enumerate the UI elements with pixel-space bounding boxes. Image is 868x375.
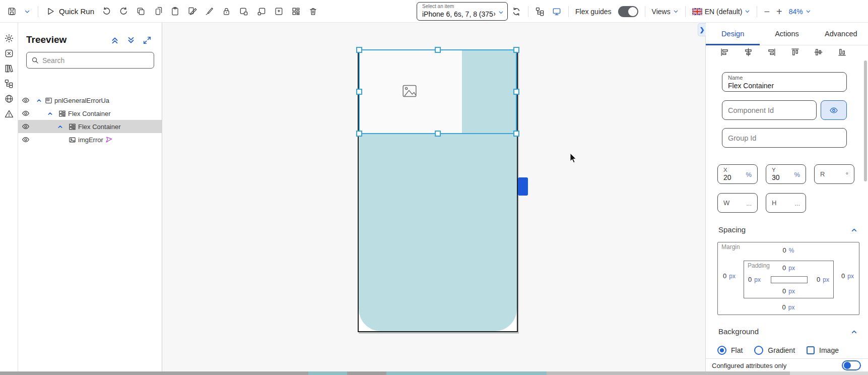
views-dropdown[interactable]: Views bbox=[652, 8, 679, 16]
resize-handle-nw[interactable] bbox=[356, 47, 362, 53]
image-checkbox[interactable] bbox=[807, 346, 815, 354]
style-icon[interactable] bbox=[187, 7, 197, 16]
flat-radio[interactable] bbox=[717, 346, 726, 355]
resize-handle-se[interactable] bbox=[513, 131, 519, 137]
component-visibility-button[interactable] bbox=[821, 100, 847, 120]
margin-left-value[interactable]: 0px bbox=[723, 272, 736, 280]
group-id-field[interactable] bbox=[722, 128, 847, 148]
panel-collapse-button[interactable]: ❯ bbox=[698, 23, 706, 36]
undo-icon[interactable] bbox=[102, 7, 111, 16]
padding-left-value[interactable]: 0px bbox=[748, 276, 761, 283]
tree-row-pnlgeneralerrorua[interactable]: pnlGeneralErrorUa bbox=[18, 94, 162, 107]
margin-bottom-value[interactable]: 0px bbox=[782, 303, 795, 311]
treeview-search[interactable] bbox=[26, 52, 154, 69]
send-icon[interactable] bbox=[105, 136, 113, 144]
align-top-icon[interactable] bbox=[790, 47, 800, 57]
expand-all-icon[interactable] bbox=[126, 36, 136, 45]
tab-advanced[interactable]: Advanced bbox=[814, 23, 868, 45]
lock-icon[interactable] bbox=[222, 7, 231, 16]
monitor-icon[interactable] bbox=[552, 7, 562, 17]
height-field[interactable]: H ... bbox=[766, 193, 806, 213]
tree-item-label[interactable]: Flex Container bbox=[78, 123, 121, 131]
expand-view-icon[interactable] bbox=[143, 36, 152, 45]
collapse-all-icon[interactable] bbox=[110, 36, 119, 45]
resize-handle-s[interactable] bbox=[435, 131, 441, 137]
sync-icon[interactable] bbox=[511, 7, 521, 17]
padding-top-value[interactable]: 0px bbox=[782, 264, 795, 272]
resize-handle-w[interactable] bbox=[356, 89, 362, 95]
ungroup-icon[interactable] bbox=[256, 7, 266, 17]
chevron-up-icon[interactable] bbox=[850, 226, 858, 234]
padding-right-value[interactable]: 0px bbox=[817, 276, 829, 283]
quick-run-button[interactable]: Quick Run bbox=[46, 7, 94, 16]
eye-icon[interactable] bbox=[22, 109, 30, 117]
group-id-input[interactable] bbox=[722, 129, 846, 147]
margin-right-value[interactable]: 0px bbox=[841, 272, 854, 280]
resize-handle-ne[interactable] bbox=[513, 47, 519, 53]
group-icon[interactable] bbox=[239, 7, 249, 17]
zoom-in-button[interactable]: + bbox=[776, 7, 782, 17]
eye-icon[interactable] bbox=[22, 136, 30, 144]
tree-row-imgerror[interactable]: imgError bbox=[18, 133, 162, 146]
tree-structure-icon[interactable] bbox=[535, 7, 545, 17]
layout-grid-icon[interactable] bbox=[291, 7, 301, 16]
tree-item-label[interactable]: Flex Container bbox=[68, 110, 111, 117]
align-center-vertical-icon[interactable] bbox=[814, 47, 823, 57]
component-id-input[interactable] bbox=[722, 101, 816, 119]
chevron-up-icon[interactable] bbox=[35, 97, 42, 104]
tab-design[interactable]: Design bbox=[706, 23, 760, 45]
x-position-field[interactable]: X 20 % bbox=[717, 164, 758, 184]
library-icon[interactable] bbox=[4, 64, 14, 74]
name-field[interactable]: Name bbox=[722, 72, 847, 92]
warnings-icon[interactable] bbox=[4, 109, 14, 119]
name-input[interactable] bbox=[722, 82, 846, 92]
tree-row-flex-container-outer[interactable]: Flex Container bbox=[18, 107, 162, 120]
flex-guides-toggle[interactable] bbox=[618, 6, 638, 17]
y-position-field[interactable]: Y 30 % bbox=[766, 164, 806, 184]
treeview-icon[interactable] bbox=[4, 79, 14, 89]
component-id-field[interactable] bbox=[722, 100, 817, 120]
align-right-icon[interactable] bbox=[767, 47, 776, 57]
settings-icon[interactable] bbox=[4, 33, 14, 43]
width-field[interactable]: W ... bbox=[717, 193, 758, 213]
tab-actions[interactable]: Actions bbox=[760, 23, 814, 45]
redo-icon[interactable] bbox=[119, 7, 128, 16]
components-icon[interactable] bbox=[4, 48, 14, 58]
paste-icon[interactable] bbox=[170, 7, 180, 16]
inspector-scrollbar[interactable] bbox=[864, 60, 867, 181]
zoom-out-button[interactable]: − bbox=[764, 7, 770, 17]
save-menu-chevron-icon[interactable] bbox=[24, 9, 30, 15]
resize-handle-n[interactable] bbox=[435, 47, 441, 53]
eye-icon[interactable] bbox=[22, 96, 30, 104]
device-select[interactable]: Select an item iPhone 6, 6s, 7, 8 (375×.… bbox=[417, 2, 508, 21]
align-left-icon[interactable] bbox=[720, 47, 729, 57]
rotation-field[interactable]: R ° bbox=[814, 164, 854, 184]
frame-drag-handle[interactable] bbox=[518, 177, 528, 196]
tree-item-label[interactable]: imgError bbox=[78, 136, 103, 144]
trash-icon[interactable] bbox=[308, 7, 318, 16]
search-input[interactable] bbox=[42, 56, 143, 65]
resize-handle-sw[interactable] bbox=[356, 131, 362, 137]
resize-handle-e[interactable] bbox=[513, 89, 519, 95]
padding-bottom-value[interactable]: 0px bbox=[782, 287, 795, 295]
chevron-up-icon[interactable] bbox=[56, 123, 63, 130]
tree-row-flex-container-selected[interactable]: Flex Container bbox=[18, 120, 162, 133]
align-center-horizontal-icon[interactable] bbox=[744, 47, 753, 57]
design-canvas[interactable] bbox=[162, 23, 705, 375]
brush-icon[interactable] bbox=[205, 7, 214, 16]
chevron-up-icon[interactable] bbox=[46, 110, 53, 117]
gradient-radio[interactable] bbox=[754, 346, 763, 355]
copy-icon[interactable] bbox=[136, 7, 146, 16]
eye-icon[interactable] bbox=[22, 122, 30, 131]
zoom-level-dropdown[interactable]: 84% bbox=[789, 8, 811, 16]
tree-item-label[interactable]: pnlGeneralErrorUa bbox=[54, 97, 109, 104]
chevron-up-icon[interactable] bbox=[850, 328, 858, 336]
duplicate-icon[interactable] bbox=[153, 7, 163, 16]
globe-icon[interactable] bbox=[4, 94, 14, 104]
configured-attributes-toggle[interactable] bbox=[842, 360, 861, 370]
margin-top-value[interactable]: 0% bbox=[783, 246, 794, 254]
align-bottom-icon[interactable] bbox=[837, 47, 847, 57]
save-icon[interactable] bbox=[7, 7, 17, 16]
new-frame-icon[interactable] bbox=[274, 7, 284, 16]
flex-container-body[interactable] bbox=[359, 134, 517, 331]
